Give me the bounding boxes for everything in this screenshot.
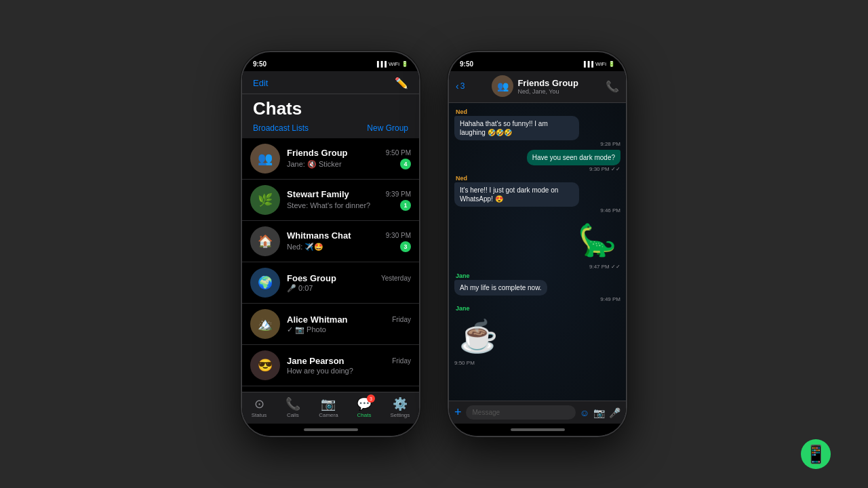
message-wrapper: 🦕 9:47 PM ✓✓ [454,216,620,270]
chat-name: Stewart Family [287,189,349,199]
chat-preview: ✓ 📷 Photo [287,325,326,334]
message-bubble: Have you seen dark mode? [527,150,620,165]
add-attachment-button[interactable]: + [454,405,462,420]
new-group-link[interactable]: New Group [367,123,408,133]
sender-label: Jane [454,305,620,312]
chat-info: Whitmans Chat 9:30 PM Ned: ✈️🤩 3 [287,230,411,252]
chat-header-center[interactable]: 👥 Friends Group Ned, Jane, You [492,75,578,97]
calls-tab-icon: 📞 [285,396,300,411]
phone-left: 9:50 ▐▐▐ WiFi 🔋 Edit ✏️ Chats Broadcast … [241,51,420,437]
chat-time: 9:50 PM [386,149,411,157]
unread-badge: 3 [400,241,411,252]
chat-screen: ‹ 3 👥 Friends Group Ned, Jane, You 📞 Ned… [449,71,626,436]
sticker-time: 9:50 PM [454,360,475,366]
chat-preview-row: Jane: 🔇 Sticker 4 [287,159,411,169]
settings-tab-icon: ⚙️ [393,396,408,411]
chat-item[interactable]: 😎 Jane Pearson Friday How are you doing? [242,345,419,386]
chat-name: Alice Whitman [287,314,348,325]
call-icon[interactable]: 📞 [606,80,619,93]
back-arrow-icon: ‹ [456,81,459,92]
chat-preview-row: How are you doing? [287,367,411,375]
status-icons-left: ▐▐▐ WiFi 🔋 [375,61,408,67]
message-time: 9:46 PM [454,207,620,214]
wifi-icon: WiFi [389,61,399,67]
home-bar-left [304,428,358,431]
tab-settings[interactable]: ⚙️ Settings [390,396,410,418]
sticker-incoming: ☕ [454,312,502,360]
chat-preview: Jane: 🔇 Sticker [287,160,342,169]
chat-info: Friends Group 9:50 PM Jane: 🔇 Sticker 4 [287,148,411,169]
chat-time: 9:30 PM [386,232,411,239]
message-wrapper: Have you seen dark mode? 9:30 PM ✓✓ [454,150,620,172]
calls-tab-label: Calls [287,412,299,418]
scene: 9:50 ▐▐▐ WiFi 🔋 Edit ✏️ Chats Broadcast … [0,0,868,488]
wa-icon: 📱 [805,444,827,465]
status-tab-icon: ⊙ [254,396,264,411]
tab-bar: ⊙ Status 📞 Calls 📷 Camera 💬 3 Chats [242,392,419,424]
chat-preview: Ned: ✈️🤩 [287,243,323,251]
chat-header: ‹ 3 👥 Friends Group Ned, Jane, You 📞 [449,71,626,103]
mic-button[interactable]: 🎤 [609,407,620,418]
camera-tab-label: Camera [319,412,338,418]
chat-preview-row: Steve: What's for dinner? 1 [287,200,411,211]
chat-name-row: Jane Pearson Friday [287,356,411,366]
message-time: 9:28 PM [454,141,620,147]
chat-time: Friday [392,316,411,323]
chat-list: 👥 Friends Group 9:50 PM Jane: 🔇 Sticker … [242,138,419,392]
unread-badge: 4 [400,159,411,169]
back-nav[interactable]: ‹ 3 [456,81,465,92]
message-bubble: Hahaha that's so funny!! I am laughing 🤣… [454,116,579,140]
chats-toolbar: Broadcast Lists New Group [242,122,419,138]
chats-tab-label: Chats [357,412,372,418]
group-avatar: 👥 [492,75,513,97]
battery-icon-r: 🔋 [608,61,615,67]
broadcast-lists-link[interactable]: Broadcast Lists [253,123,309,133]
chat-avatar: 🌍 [250,268,280,298]
emoji-button[interactable]: ☺ [580,407,589,418]
chat-preview: How are you doing? [287,367,353,375]
chat-item[interactable]: 👥 Friends Group 9:50 PM Jane: 🔇 Sticker … [242,138,419,180]
chat-item[interactable]: 🏔️ Alice Whitman Friday ✓ 📷 Photo [242,304,419,345]
chat-name-row: Friends Group 9:50 PM [287,148,411,158]
input-actions: ☺ 📷 🎤 [580,407,620,418]
tab-camera[interactable]: 📷 Camera [319,396,338,418]
chat-avatar: 👥 [250,144,280,174]
group-name: Friends Group [517,78,578,88]
messages-area: Ned Hahaha that's so funny!! I am laughi… [449,103,626,401]
battery-icon: 🔋 [401,61,408,67]
chat-name-row: Foes Group Yesterday [287,273,411,283]
back-count: 3 [460,81,465,91]
status-bar-right: 9:50 ▐▐▐ WiFi 🔋 [449,52,626,71]
edit-button[interactable]: Edit [253,78,268,88]
status-tab-label: Status [252,412,267,418]
chat-info: Jane Pearson Friday How are you doing? [287,356,411,375]
chat-avatar: 🏠 [250,226,280,256]
chat-avatar: 🌿 [250,185,280,215]
chat-item[interactable]: 🌍 Foes Group Yesterday 🎤 0:07 [242,262,419,304]
home-bar-right [511,428,565,431]
chat-preview-row: Ned: ✈️🤩 3 [287,241,411,252]
chat-item[interactable]: 🌿 Stewart Family 9:39 PM Steve: What's f… [242,180,419,221]
sender-label: Jane [454,272,620,279]
sticker-time: 9:47 PM ✓✓ [589,264,620,270]
home-indicator-left [242,424,419,436]
chat-name: Whitmans Chat [287,230,351,241]
message-wrapper: Ned Hahaha that's so funny!! I am laughi… [454,108,620,147]
chats-badge: 3 [367,394,375,403]
chat-preview-row: ✓ 📷 Photo [287,325,411,334]
tab-calls[interactable]: 📞 Calls [285,396,300,418]
message-input[interactable]: Message [466,405,576,420]
chat-preview: Steve: What's for dinner? [287,201,370,209]
camera-button[interactable]: 📷 [593,407,605,418]
tab-chats[interactable]: 💬 3 Chats [357,396,372,418]
tab-status[interactable]: ⊙ Status [252,396,267,418]
compose-button[interactable]: ✏️ [395,77,408,89]
group-info: Friends Group Ned, Jane, You [517,78,578,95]
chat-time: Friday [392,357,411,365]
chats-title: Chats [242,94,419,122]
status-bar-left: 9:50 ▐▐▐ WiFi 🔋 [242,52,419,71]
input-placeholder: Message [473,409,500,416]
message-wrapper: Jane Ah my life is complete now. 9:49 PM [454,272,620,302]
settings-tab-label: Settings [390,412,410,418]
chat-item[interactable]: 🏠 Whitmans Chat 9:30 PM Ned: ✈️🤩 3 [242,221,419,262]
